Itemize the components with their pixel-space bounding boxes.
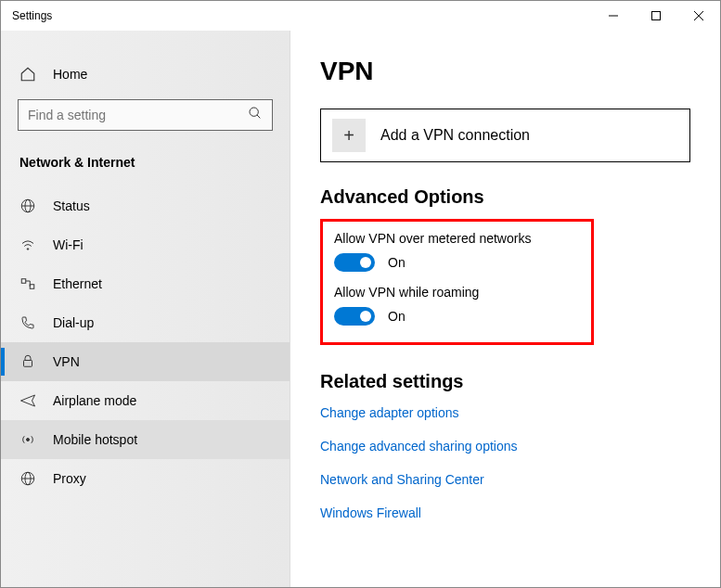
sidebar-item-status[interactable]: Status [1,186,290,225]
main-panel: VPN + Add a VPN connection Advanced Opti… [290,31,720,587]
svg-rect-11 [30,285,34,289]
toggle-metered-switch[interactable] [334,253,375,272]
link-sharing-options[interactable]: Change advanced sharing options [320,439,690,454]
sidebar-item-ethernet[interactable]: Ethernet [1,264,290,303]
svg-point-9 [27,249,29,250]
phone-icon [19,314,36,331]
sidebar-item-label: Proxy [53,471,86,486]
sidebar-item-dialup[interactable]: Dial-up [1,303,290,342]
close-button[interactable] [677,1,720,31]
window-title: Settings [12,9,592,22]
sidebar-item-proxy[interactable]: Proxy [1,459,290,498]
sidebar: Home Network & Internet Status Wi-Fi Eth… [1,31,290,587]
nav-list: Status Wi-Fi Ethernet Dial-up VPN Airpla… [1,186,290,498]
home-label: Home [53,67,87,82]
search-icon [248,106,263,124]
sidebar-item-label: Mobile hotspot [53,432,137,447]
globe-icon [19,198,36,214]
titlebar: Settings [1,1,720,31]
toggle-roaming-label: Allow VPN while roaming [334,285,580,300]
advanced-options-header: Advanced Options [320,186,690,208]
sidebar-item-label: Airplane mode [53,393,136,408]
link-adapter-options[interactable]: Change adapter options [320,405,690,420]
related-settings-header: Related settings [320,371,690,392]
svg-rect-10 [21,279,26,284]
svg-rect-1 [652,12,661,20]
home-icon [19,66,36,83]
wifi-icon [19,236,36,253]
link-network-center[interactable]: Network and Sharing Center [320,472,690,487]
search-box[interactable] [18,99,273,131]
proxy-icon [19,470,36,487]
sidebar-item-label: Wi-Fi [53,237,84,252]
toggle-roaming-switch[interactable] [334,307,375,326]
sidebar-item-hotspot[interactable]: Mobile hotspot [1,420,290,459]
sidebar-item-wifi[interactable]: Wi-Fi [1,225,290,264]
link-windows-firewall[interactable]: Windows Firewall [320,505,690,520]
svg-rect-12 [24,361,32,367]
sidebar-item-airplane[interactable]: Airplane mode [1,381,290,420]
search-input[interactable] [28,108,248,122]
svg-point-13 [27,439,30,441]
maximize-button[interactable] [635,1,677,31]
add-vpn-label: Add a VPN connection [380,127,530,144]
sidebar-item-label: Dial-up [53,315,94,330]
window-controls [592,1,720,31]
add-vpn-button[interactable]: + Add a VPN connection [320,109,690,162]
sidebar-item-vpn[interactable]: VPN [1,342,290,381]
plus-icon: + [332,119,366,152]
toggle-metered-state: On [388,255,406,270]
sidebar-item-label: Status [53,198,90,213]
sidebar-item-label: Ethernet [53,276,102,291]
toggle-roaming: Allow VPN while roaming On [334,285,580,326]
ethernet-icon [19,275,36,292]
svg-point-4 [250,108,258,116]
toggle-metered: Allow VPN over metered networks On [334,231,580,272]
related-links: Change adapter options Change advanced s… [320,405,690,520]
vpn-icon [19,353,36,370]
category-header: Network & Internet [1,147,290,186]
toggle-roaming-state: On [388,309,406,324]
sidebar-item-label: VPN [53,354,80,369]
toggle-metered-label: Allow VPN over metered networks [334,231,580,246]
airplane-icon [19,392,36,409]
page-title: VPN [320,57,690,86]
hotspot-icon [19,431,36,448]
minimize-button[interactable] [592,1,635,31]
home-link[interactable]: Home [1,58,290,90]
svg-line-5 [257,115,260,118]
highlight-box: Allow VPN over metered networks On Allow… [320,219,594,345]
